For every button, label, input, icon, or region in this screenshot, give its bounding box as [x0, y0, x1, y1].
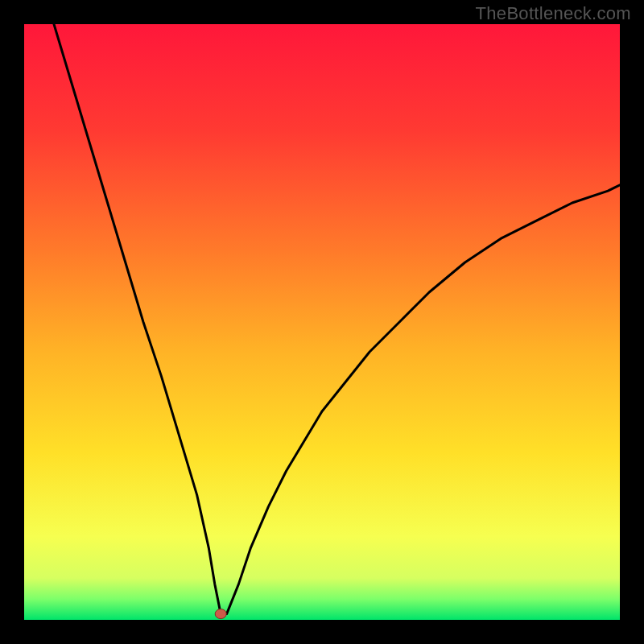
- plot-area: [24, 24, 620, 620]
- chart-svg: [24, 24, 620, 620]
- gradient-background: [24, 24, 620, 620]
- watermark-text: TheBottleneck.com: [476, 3, 631, 24]
- minimum-marker: [215, 609, 226, 619]
- chart-frame: TheBottleneck.com: [0, 0, 644, 644]
